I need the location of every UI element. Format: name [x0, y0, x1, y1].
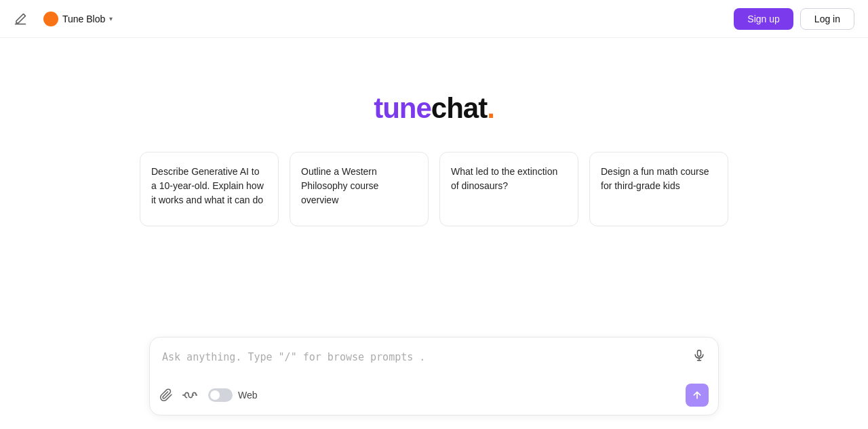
suggestion-card-1[interactable]: Describe Generative AI to a 10-year-old.… [140, 152, 279, 226]
logo-dot: . [487, 92, 494, 124]
voice-wave-icon[interactable] [182, 389, 197, 401]
signup-button[interactable]: Sign up [734, 8, 793, 30]
brand-avatar [43, 12, 58, 26]
microphone-icon[interactable] [692, 349, 706, 365]
attach-icon[interactable] [159, 388, 173, 402]
web-toggle-container[interactable]: Web [208, 388, 258, 402]
web-toggle-label: Web [238, 390, 258, 401]
suggestion-card-2-text: Outline a Western Philosophy course over… [301, 166, 378, 205]
web-toggle[interactable] [208, 388, 233, 402]
main-content: tunechat. Describe Generative AI to a 10… [0, 38, 868, 253]
new-chat-button[interactable] [14, 12, 27, 26]
suggestion-card-4-text: Design a fun math course for third-grade… [601, 166, 709, 191]
suggestion-card-2[interactable]: Outline a Western Philosophy course over… [290, 152, 429, 226]
chat-input[interactable] [150, 338, 718, 375]
suggestion-cards: Describe Generative AI to a 10-year-old.… [140, 152, 728, 226]
input-wrapper [150, 338, 718, 378]
brand-selector[interactable]: Tune Blob ▾ [38, 9, 118, 29]
logo-tune: tune [374, 92, 431, 124]
chat-toolbar: Web [150, 378, 718, 415]
send-button[interactable] [686, 384, 709, 407]
logo-chat: chat [431, 92, 487, 124]
chevron-down-icon: ▾ [109, 15, 113, 22]
suggestion-card-4[interactable]: Design a fun math course for third-grade… [589, 152, 728, 226]
header-right: Sign up Log in [734, 8, 854, 30]
suggestion-card-3[interactable]: What led to the extinction of dinosaurs? [439, 152, 578, 226]
suggestion-card-3-text: What led to the extinction of dinosaurs? [451, 166, 557, 191]
svg-rect-0 [698, 350, 701, 356]
header: Tune Blob ▾ Sign up Log in [0, 0, 868, 38]
chat-input-container: Web [149, 337, 719, 415]
login-button[interactable]: Log in [800, 8, 854, 30]
toggle-thumb [210, 390, 220, 400]
app-logo: tunechat. [374, 92, 494, 125]
header-left: Tune Blob ▾ [14, 9, 118, 29]
suggestion-card-1-text: Describe Generative AI to a 10-year-old.… [151, 166, 264, 205]
brand-name: Tune Blob [62, 14, 105, 24]
